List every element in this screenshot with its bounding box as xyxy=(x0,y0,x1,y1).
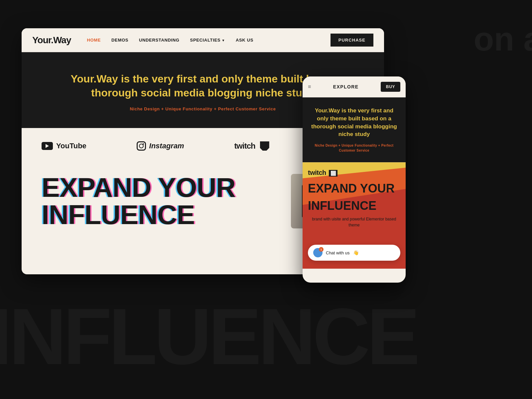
expand-title-line1: EXPAND YOUR xyxy=(42,174,278,201)
bg-text-ona: on a xyxy=(473,20,532,58)
mobile-twitch-icon: ⬜ xyxy=(329,170,338,177)
mobile-expand-line2: INFLUENCE xyxy=(308,199,400,212)
purchase-button[interactable]: PURCHASE xyxy=(331,34,373,47)
youtube-logo: YouTube xyxy=(42,142,86,150)
mobile-menu-icon[interactable]: ≡ xyxy=(308,84,311,90)
chat-avatar: 1 xyxy=(313,248,323,257)
mobile-hero-title: Your.Way is the very first and only them… xyxy=(309,107,399,138)
mobile-expand-line1: EXPAND YOUR xyxy=(308,182,400,195)
nav-understanding[interactable]: UNDERSTANDING xyxy=(139,38,180,43)
expand-text: EXPAND YOUR INFLUENCE xyxy=(42,174,278,228)
twitch-icon xyxy=(260,141,269,151)
chat-badge: 1 xyxy=(319,247,324,252)
instagram-label: Instagram xyxy=(149,142,184,150)
mobile-hero-subtitle: Niche Design + Unique Functionality + Pe… xyxy=(309,143,399,153)
nav-specialties[interactable]: SPECIALTIES xyxy=(190,38,225,43)
chat-emoji-icon: 👋 xyxy=(353,250,359,255)
chat-widget[interactable]: 1 Chat with us 👋 xyxy=(308,245,400,261)
nav-ask-us[interactable]: ASK US xyxy=(236,38,253,43)
twitch-logo: twitch xyxy=(234,141,269,151)
mobile-twitch-logo: twitch ⬜ xyxy=(308,169,400,177)
nav-home[interactable]: HOME xyxy=(87,38,101,43)
nav-links: HOME DEMOS UNDERSTANDING SPECIALTIES ASK… xyxy=(87,38,330,43)
mobile-panel: ≡ EXPLORE BUY Your.Way is the very first… xyxy=(303,76,406,283)
mobile-explore-label: EXPLORE xyxy=(314,84,377,89)
mobile-colored-section: twitch ⬜ EXPAND YOUR INFLUENCE brand wit… xyxy=(303,162,406,269)
chat-text: Chat with us xyxy=(326,250,350,255)
site-logo[interactable]: Your.Way xyxy=(32,35,71,46)
twitch-label: twitch xyxy=(234,141,255,151)
navbar: Your.Way HOME DEMOS UNDERSTANDING SPECIA… xyxy=(22,28,384,52)
mobile-header: ≡ EXPLORE BUY xyxy=(303,76,406,97)
mobile-buy-button[interactable]: BUY xyxy=(381,82,400,92)
mobile-hero: Your.Way is the very first and only them… xyxy=(303,97,406,162)
nav-demos[interactable]: DEMOS xyxy=(111,38,128,43)
mobile-bottom-text: brand with uisite and powerful Elementor… xyxy=(308,216,400,228)
bg-text-influence: INFLUENCE xyxy=(0,291,417,382)
youtube-label: YouTube xyxy=(56,142,86,150)
instagram-icon xyxy=(137,141,146,151)
instagram-logo: Instagram xyxy=(137,141,184,151)
expand-title-line2: INFLUENCE xyxy=(42,201,278,228)
youtube-icon xyxy=(42,142,53,150)
